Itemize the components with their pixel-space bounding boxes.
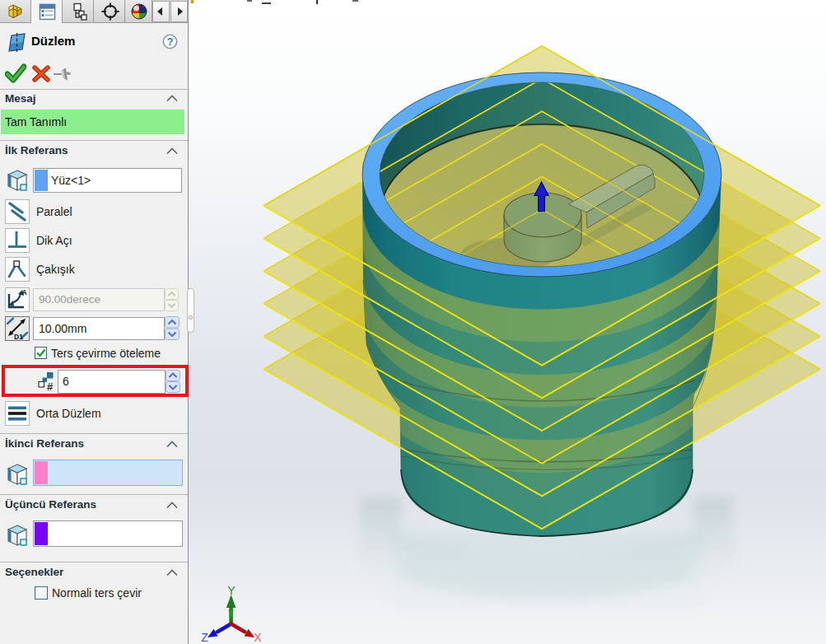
svg-text:D1: D1	[14, 333, 23, 341]
svg-text:X: X	[254, 631, 262, 644]
svg-text:?: ?	[167, 36, 174, 48]
svg-text:Z: Z	[201, 631, 208, 644]
svg-text:A: A	[22, 288, 27, 296]
svg-text:Y: Y	[227, 584, 236, 597]
